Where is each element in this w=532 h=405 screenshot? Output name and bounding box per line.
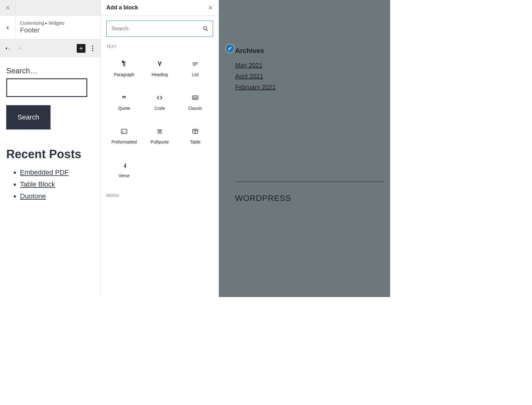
footer-brand: WORDPRESS <box>235 193 291 203</box>
svg-rect-8 <box>196 97 196 97</box>
recent-posts-heading[interactable]: Recent Posts <box>6 148 94 161</box>
table-icon <box>191 128 199 135</box>
search-widget-label[interactable]: Search… <box>6 66 94 75</box>
archives-link[interactable]: February 2021 <box>235 82 276 93</box>
block-search-input[interactable] <box>106 21 213 37</box>
x-icon <box>5 5 11 11</box>
search-widget-button[interactable]: Search <box>6 105 51 129</box>
category-label-text: TEXT <box>106 44 213 49</box>
undo-icon <box>4 45 11 52</box>
list-item[interactable]: Table Block <box>20 178 94 190</box>
classic-icon <box>191 94 199 101</box>
inserter-title: Add a block <box>106 4 138 11</box>
svg-rect-5 <box>192 96 198 100</box>
redo-icon <box>16 45 22 52</box>
breadcrumb-area: Customizing ▸ Widgets Footer <box>0 16 100 40</box>
inserter-header: Add a block <box>101 0 219 16</box>
recent-posts-list: Embedded PDF Table Block Duotone <box>6 167 94 202</box>
search-icon <box>202 26 209 32</box>
close-customizer-button[interactable] <box>0 0 16 16</box>
breadcrumb-path-prefix: Customizing <box>20 21 44 26</box>
svg-rect-9 <box>197 97 197 97</box>
breadcrumb-path: Customizing ▸ Widgets <box>20 21 64 26</box>
block-label: Code <box>154 106 165 111</box>
block-label: Quote <box>118 106 130 111</box>
svg-point-12 <box>125 132 126 132</box>
inserter-body: TEXT Paragraph Heading List Quote Code <box>101 16 219 206</box>
breadcrumb-path-current: Widgets <box>49 21 65 26</box>
link-text: Duotone <box>20 192 46 200</box>
site-preview: Archives May 2021 April 2021 February 20… <box>219 0 390 297</box>
block-classic[interactable]: Classic <box>177 85 213 119</box>
widget-preview-area: Search… Search Recent Posts Embedded PDF… <box>0 57 100 297</box>
breadcrumb-title: Footer <box>20 26 64 34</box>
list-item[interactable]: Embedded PDF <box>20 167 94 178</box>
block-label: Heading <box>152 72 168 77</box>
archives-link[interactable]: April 2021 <box>235 71 276 82</box>
search-widget-input[interactable] <box>6 78 87 97</box>
more-vertical-icon <box>92 46 93 51</box>
svg-point-0 <box>92 46 93 47</box>
plus-icon <box>78 45 84 51</box>
pullquote-icon <box>156 128 163 135</box>
block-grid-text: Paragraph Heading List Quote Code Classi… <box>106 52 213 187</box>
preformatted-icon <box>120 128 128 135</box>
pencil-icon <box>228 46 232 51</box>
block-heading[interactable]: Heading <box>142 52 177 85</box>
block-search-wrap <box>106 21 213 37</box>
block-list[interactable]: List <box>177 52 213 85</box>
category-label-media: MEDIA <box>106 193 213 198</box>
breadcrumb-text: Customizing ▸ Widgets Footer <box>16 16 69 39</box>
list-icon <box>191 60 199 68</box>
block-code[interactable]: Code <box>142 85 177 119</box>
archives-link[interactable]: May 2021 <box>235 60 276 71</box>
svg-rect-6 <box>193 97 194 97</box>
block-table[interactable]: Table <box>177 119 213 153</box>
block-label: List <box>192 72 199 77</box>
back-button[interactable] <box>0 16 16 40</box>
block-label: Verse <box>118 173 130 178</box>
svg-rect-11 <box>121 129 127 134</box>
footer-divider <box>235 182 384 182</box>
chevron-left-icon <box>6 25 10 31</box>
heading-icon <box>156 60 163 68</box>
edit-shortcut-button[interactable] <box>225 44 235 53</box>
block-inserter-panel: Add a block TEXT Paragraph Heading List <box>100 0 219 297</box>
block-preformatted[interactable]: Preformatted <box>106 119 142 153</box>
block-quote[interactable]: Quote <box>106 85 142 119</box>
block-label: Table <box>190 139 200 144</box>
svg-rect-7 <box>195 97 195 97</box>
block-label: Paragraph <box>114 72 134 77</box>
editor-toolbar <box>0 40 100 57</box>
block-verse[interactable]: Verse <box>106 153 142 187</box>
block-label: Preformatted <box>112 139 137 144</box>
svg-point-4 <box>193 63 193 64</box>
x-icon <box>208 5 213 10</box>
archives-heading: Archives <box>235 47 276 55</box>
more-options-button[interactable] <box>88 44 97 53</box>
svg-point-3 <box>204 27 207 30</box>
archives-list: May 2021 April 2021 February 2021 <box>235 60 276 93</box>
paragraph-icon <box>120 60 128 68</box>
redo-button[interactable] <box>14 44 24 53</box>
block-pullquote[interactable]: Pullquote <box>142 119 177 153</box>
verse-icon <box>120 161 128 169</box>
archives-widget: Archives May 2021 April 2021 February 20… <box>235 47 276 93</box>
block-label: Classic <box>188 106 202 111</box>
list-item[interactable]: Duotone <box>20 190 94 202</box>
code-icon <box>156 94 163 101</box>
link-text: Embedded PDF <box>20 168 69 176</box>
link-text: Table Block <box>20 180 55 188</box>
block-paragraph[interactable]: Paragraph <box>106 52 142 85</box>
svg-rect-13 <box>158 131 161 132</box>
block-label: Pullquote <box>151 139 169 144</box>
add-block-button[interactable] <box>77 44 85 53</box>
svg-point-2 <box>92 50 93 51</box>
svg-rect-10 <box>193 98 197 99</box>
svg-point-1 <box>92 48 93 49</box>
inserter-close-button[interactable] <box>208 5 213 10</box>
quote-icon <box>120 94 128 101</box>
undo-button[interactable] <box>3 44 12 53</box>
